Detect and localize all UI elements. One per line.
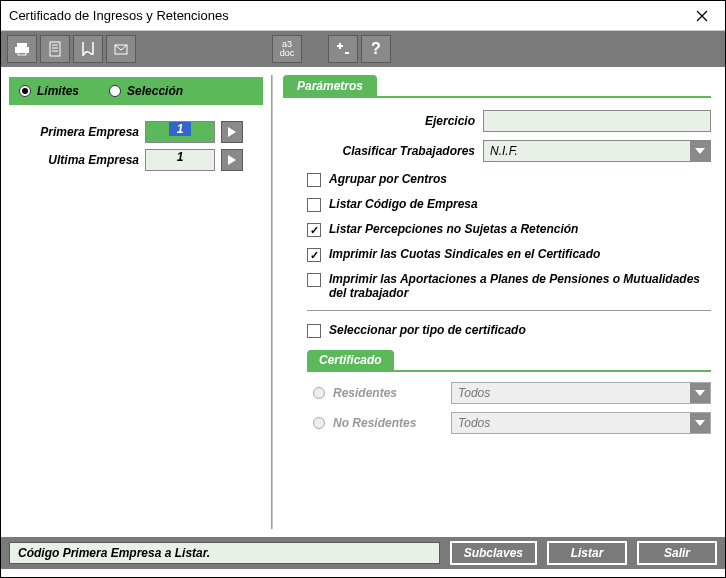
residentes-value: Todos: [458, 386, 490, 400]
seleccion-radio[interactable]: Selección: [109, 84, 183, 98]
mode-selector: Límites Selección: [9, 77, 263, 105]
listar-codigo-label: Listar Código de Empresa: [329, 197, 478, 211]
primera-empresa-row: Primera Empresa 1: [9, 121, 263, 143]
residentes-select: Todos: [451, 382, 711, 404]
parametros-tab-header: Parámetros: [283, 75, 711, 97]
no-residentes-value: Todos: [458, 416, 490, 430]
ejercicio-row: Ejercicio: [283, 110, 711, 132]
svg-marker-12: [228, 155, 236, 165]
radio-disabled-icon: [313, 417, 325, 429]
subclaves-button[interactable]: Subclaves: [450, 541, 537, 565]
a3doc-button[interactable]: a3doc: [272, 35, 302, 63]
checkbox-checked-icon: [307, 223, 321, 237]
seleccion-label: Selección: [127, 84, 183, 98]
clasificar-label: Clasificar Trabajadores: [283, 144, 483, 158]
toolbar: a3doc ?: [1, 31, 725, 67]
primera-empresa-label: Primera Empresa: [9, 125, 139, 139]
residentes-label: Residentes: [333, 386, 443, 400]
imprimir-aportaciones-check-row[interactable]: Imprimir las Aportaciones a Planes de Pe…: [307, 272, 711, 300]
imprimir-cuotas-check-row[interactable]: Imprimir las Cuotas Sindicales en el Cer…: [307, 247, 711, 262]
options-checklist: Agrupar por Centros Listar Código de Emp…: [307, 172, 711, 300]
svg-marker-14: [695, 390, 705, 396]
listar-codigo-check-row[interactable]: Listar Código de Empresa: [307, 197, 711, 212]
chevron-down-icon: [690, 413, 710, 433]
listar-button[interactable]: Listar: [547, 541, 627, 565]
checkbox-icon: [307, 324, 321, 338]
empresa-fields: Primera Empresa 1 Ultima Empresa 1: [9, 121, 263, 177]
parametros-body: Ejercicio Clasificar Trabajadores N.I.F.…: [283, 96, 711, 434]
svg-rect-7: [115, 45, 127, 54]
seleccionar-tipo-check-row[interactable]: Seleccionar por tipo de certificado: [307, 323, 711, 338]
certificado-section: Certificado Residentes Todos No Resident…: [307, 350, 711, 434]
radio-off-icon: [109, 85, 121, 97]
certificado-tab: Certificado: [307, 350, 394, 370]
agrupar-check-row[interactable]: Agrupar por Centros: [307, 172, 711, 187]
zoom-button[interactable]: [328, 35, 358, 63]
ultima-empresa-label: Ultima Empresa: [9, 153, 139, 167]
residentes-row: Residentes Todos: [307, 382, 711, 404]
svg-rect-1: [15, 47, 29, 53]
help-button[interactable]: ?: [361, 35, 391, 63]
svg-rect-3: [50, 42, 60, 56]
ejercicio-label: Ejercicio: [283, 114, 483, 128]
main-area: Límites Selección Primera Empresa 1 Ulti…: [1, 67, 725, 537]
separator: [307, 310, 711, 311]
ultima-empresa-input[interactable]: 1: [145, 149, 215, 171]
limites-label: Límites: [37, 84, 79, 98]
certificado-body: Residentes Todos No Residentes Todos: [307, 370, 711, 434]
parametros-tab[interactable]: Parámetros: [283, 75, 377, 97]
status-text: Código Primera Empresa a Listar.: [9, 542, 440, 564]
clasificar-row: Clasificar Trabajadores N.I.F.: [283, 140, 711, 162]
ejercicio-input[interactable]: [483, 110, 711, 132]
svg-rect-0: [17, 43, 27, 47]
svg-marker-13: [695, 148, 705, 154]
statusbar: Código Primera Empresa a Listar. Subclav…: [1, 537, 725, 569]
email-button[interactable]: [106, 35, 136, 63]
pdf-button[interactable]: [73, 35, 103, 63]
clasificar-value: N.I.F.: [490, 144, 518, 158]
no-residentes-label: No Residentes: [333, 416, 443, 430]
radio-on-icon: [19, 85, 31, 97]
checkbox-icon: [307, 273, 321, 287]
document-button[interactable]: [40, 35, 70, 63]
primera-step-button[interactable]: [221, 121, 243, 143]
listar-percepciones-label: Listar Percepciones no Sujetas a Retenci…: [329, 222, 578, 236]
chevron-down-icon: [690, 141, 710, 161]
agrupar-label: Agrupar por Centros: [329, 172, 447, 186]
print-button[interactable]: [7, 35, 37, 63]
ultima-step-button[interactable]: [221, 149, 243, 171]
checkbox-icon: [307, 198, 321, 212]
svg-rect-2: [18, 51, 26, 55]
titlebar: Certificado de Ingresos y Retenciones: [1, 1, 725, 31]
clasificar-select[interactable]: N.I.F.: [483, 140, 711, 162]
radio-disabled-icon: [313, 387, 325, 399]
checkbox-checked-icon: [307, 248, 321, 262]
window-title: Certificado de Ingresos y Retenciones: [9, 8, 229, 23]
tipo-cert-section: Seleccionar por tipo de certificado: [307, 323, 711, 338]
limites-radio[interactable]: Límites: [19, 84, 79, 98]
no-residentes-select: Todos: [451, 412, 711, 434]
svg-marker-15: [695, 420, 705, 426]
no-residentes-row: No Residentes Todos: [307, 412, 711, 434]
svg-marker-11: [228, 127, 236, 137]
imprimir-cuotas-label: Imprimir las Cuotas Sindicales en el Cer…: [329, 247, 600, 261]
close-button[interactable]: [687, 5, 717, 27]
ultima-empresa-row: Ultima Empresa 1: [9, 149, 263, 171]
listar-percepciones-check-row[interactable]: Listar Percepciones no Sujetas a Retenci…: [307, 222, 711, 237]
checkbox-icon: [307, 173, 321, 187]
right-panel: Parámetros Ejercicio Clasificar Trabajad…: [273, 67, 725, 537]
salir-button[interactable]: Salir: [637, 541, 717, 565]
imprimir-aportaciones-label: Imprimir las Aportaciones a Planes de Pe…: [329, 272, 711, 300]
primera-empresa-input[interactable]: 1: [145, 121, 215, 143]
seleccionar-tipo-label: Seleccionar por tipo de certificado: [329, 323, 526, 337]
chevron-down-icon: [690, 383, 710, 403]
left-panel: Límites Selección Primera Empresa 1 Ulti…: [1, 67, 271, 537]
